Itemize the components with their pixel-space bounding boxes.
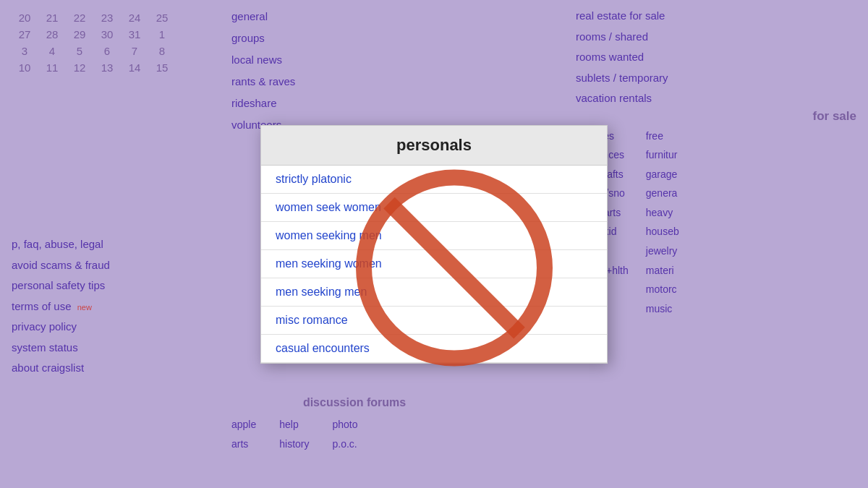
- terms-link[interactable]: terms of use new: [12, 296, 191, 317]
- for-sale-columns: antiques appliances arts+crafts atv/utv/…: [576, 127, 856, 319]
- privacy-link[interactable]: privacy policy: [12, 317, 191, 338]
- sublets-link[interactable]: sublets / temporary: [576, 68, 856, 89]
- forum-poc[interactable]: p.o.c.: [333, 435, 358, 454]
- groups-link[interactable]: groups: [231, 27, 477, 49]
- status-link[interactable]: system status: [12, 338, 191, 359]
- bg-right-column: real estate for sale rooms / shared room…: [564, 0, 868, 324]
- left-links: p, faq, abuse, legal avoid scams & fraud…: [12, 234, 191, 379]
- forum-col-1: apple arts: [231, 415, 256, 453]
- women-seeking-men-link[interactable]: women seeking men: [261, 222, 607, 250]
- women-seek-women-link[interactable]: women seek women: [261, 194, 607, 222]
- cal-t: [39, 6, 65, 9]
- local-news-link[interactable]: local news: [231, 49, 477, 71]
- rideshare-link[interactable]: rideshare: [231, 93, 477, 114]
- rooms-shared-link[interactable]: rooms / shared: [576, 27, 856, 48]
- misc-romance-link[interactable]: misc romance: [261, 307, 607, 335]
- free-link[interactable]: free: [646, 127, 679, 146]
- cal-s: [94, 6, 120, 9]
- forum-help[interactable]: help: [279, 415, 309, 435]
- personals-modal: personals strictly platonic women seek w…: [260, 125, 608, 364]
- furniture-link[interactable]: furnitur: [646, 145, 679, 165]
- bg-left-column: 20 21 22 23 24 25 27 28 29 30 31 1 3 4 5…: [0, 0, 203, 488]
- forum-links: apple arts help history photo p.o.c.: [231, 415, 477, 453]
- strictly-platonic-link[interactable]: strictly platonic: [261, 166, 607, 194]
- motorcycles-link[interactable]: motorc: [646, 280, 679, 299]
- for-sale-header: for sale: [576, 109, 856, 124]
- forum-apple[interactable]: apple: [231, 415, 256, 435]
- casual-encounters-link[interactable]: casual encounters: [261, 335, 607, 363]
- garage-link[interactable]: garage: [646, 165, 679, 184]
- faq-link[interactable]: p, faq, abuse, legal: [12, 234, 191, 255]
- safety-link[interactable]: personal safety tips: [12, 275, 191, 296]
- cal-f: [67, 6, 93, 9]
- men-seeking-men-link[interactable]: men seeking men: [261, 278, 607, 307]
- rants-link[interactable]: rants & raves: [231, 71, 477, 93]
- about-link[interactable]: about craigslist: [12, 358, 191, 379]
- rooms-wanted-link[interactable]: rooms wanted: [576, 47, 856, 68]
- cal-w: [12, 6, 38, 9]
- forum-photo[interactable]: photo: [333, 415, 358, 435]
- real-estate-link[interactable]: real estate for sale: [576, 6, 856, 27]
- music-link[interactable]: music: [646, 299, 679, 319]
- modal-body: strictly platonic women seek women women…: [261, 166, 607, 363]
- men-seeking-women-link[interactable]: men seeking women: [261, 250, 607, 278]
- materials-link[interactable]: materi: [646, 261, 679, 281]
- general-link[interactable]: general: [231, 6, 477, 27]
- modal-container: personals strictly platonic women seek w…: [260, 125, 608, 364]
- calendar: 20 21 22 23 24 25 27 28 29 30 31 1 3 4 5…: [12, 6, 191, 75]
- jewelry-link[interactable]: jewelry: [646, 241, 679, 261]
- heavy-link[interactable]: heavy: [646, 203, 679, 223]
- vacation-rentals-link[interactable]: vacation rentals: [576, 88, 856, 109]
- forum-col-3: photo p.o.c.: [333, 415, 358, 453]
- scams-link[interactable]: avoid scams & fraud: [12, 255, 191, 276]
- for-sale-col-2: free furnitur garage genera heavy houseb…: [646, 127, 679, 319]
- modal-title: personals: [276, 136, 592, 155]
- forum-history[interactable]: history: [279, 435, 309, 454]
- forum-arts[interactable]: arts: [231, 435, 256, 454]
- household-link[interactable]: houseb: [646, 222, 679, 241]
- modal-header: personals: [261, 126, 607, 166]
- discussion-forums-header: discussion forums: [231, 396, 477, 409]
- general-sale-link[interactable]: genera: [646, 184, 679, 203]
- forum-col-2: help history: [279, 415, 309, 453]
